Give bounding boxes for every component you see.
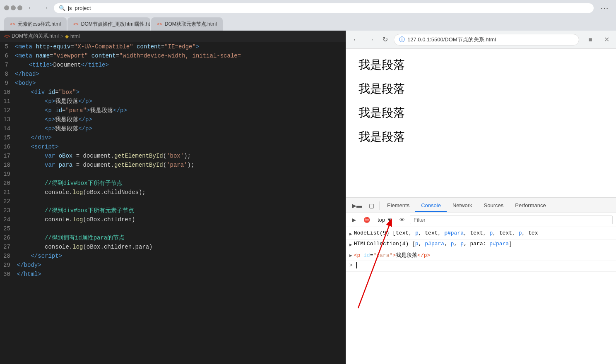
line-code: console.log(oBox.children.para) bbox=[17, 242, 153, 251]
tab-dom-ops[interactable]: <> DOM节点操作_更改html属性.html bbox=[67, 17, 150, 31]
line-number: 12 bbox=[0, 106, 17, 115]
breadcrumb-node: html bbox=[70, 34, 80, 39]
devtools-tabs: ▶▬ ▢ Elements Console Network Sources Pe… bbox=[346, 198, 616, 213]
line-number: 20 bbox=[0, 179, 17, 188]
line-number: 28 bbox=[0, 251, 17, 261]
line-number: 15 bbox=[0, 133, 17, 142]
console-expand-icon[interactable]: ▶ bbox=[349, 253, 352, 258]
devtools-open-button[interactable]: ■ bbox=[586, 35, 595, 44]
context-dropdown[interactable]: top ▼ bbox=[375, 216, 395, 224]
line-code: <p>我是段落</p> bbox=[17, 124, 92, 133]
window-dot-2 bbox=[11, 5, 16, 10]
line-code: //得到div#box下所有子节点 bbox=[17, 179, 123, 188]
tab-console-label: Console bbox=[421, 202, 441, 208]
window-dot-3 bbox=[17, 5, 22, 10]
preview-paragraph: 我是段落 bbox=[359, 81, 604, 97]
tab-sources[interactable]: Sources bbox=[478, 200, 510, 212]
code-line: 27 console.log(oBox.children.para) bbox=[0, 242, 346, 251]
run-script-button[interactable]: ▶ bbox=[349, 216, 359, 224]
browser-address-bar[interactable]: ⓘ 127.0.0.1:5500/DOM节点的关系.html bbox=[394, 34, 579, 46]
more-options-button[interactable]: ⋯ bbox=[597, 2, 612, 14]
line-number: 10 bbox=[0, 88, 17, 97]
browser-side: ← → ↻ ⓘ 127.0.0.1:5500/DOM节点的关系.html ■ ✕… bbox=[346, 31, 616, 364]
line-number: 14 bbox=[0, 124, 17, 133]
line-code: <p>我是段落</p> bbox=[17, 115, 92, 124]
breadcrumb-icon-2: ◆ bbox=[65, 34, 69, 39]
code-line: 22 bbox=[0, 197, 346, 206]
code-line: 30</html> bbox=[0, 270, 346, 279]
line-code: <script> bbox=[17, 142, 59, 151]
breadcrumb-file: DOM节点的关系.html bbox=[12, 33, 59, 40]
prompt-arrow-icon: > bbox=[349, 262, 353, 268]
browser-forward-button[interactable]: → bbox=[365, 35, 377, 44]
code-line: 20 //得到div#box下所有子节点 bbox=[0, 179, 346, 188]
line-number: 8 bbox=[0, 69, 15, 79]
line-number: 6 bbox=[0, 51, 15, 60]
tabs-bar: <> 元素的css样式.html <> DOM节点操作_更改html属性.htm… bbox=[0, 16, 616, 31]
devtools-console: ▶NodeList(9) [text, p, text, p#para, tex… bbox=[346, 227, 616, 364]
line-code: </head> bbox=[15, 69, 39, 79]
tab-network[interactable]: Network bbox=[447, 200, 478, 212]
code-content[interactable]: 5<meta http-equiv="X-UA-Compatible" cont… bbox=[0, 42, 346, 364]
code-line: 19 bbox=[0, 170, 346, 179]
address-bar-top[interactable]: 🔍 js_project bbox=[54, 3, 594, 13]
browser-back-button[interactable]: ← bbox=[350, 35, 362, 44]
back-button[interactable]: ← bbox=[26, 3, 36, 12]
code-line: 12 <p id="para">我是段落</p> bbox=[0, 106, 346, 115]
devtools-device-button[interactable]: ▢ bbox=[366, 201, 378, 211]
tab-css[interactable]: <> 元素的css样式.html bbox=[4, 17, 67, 31]
line-code: //得到div#box下所有元素子节点 bbox=[17, 206, 134, 215]
clear-console-button[interactable]: ⛔ bbox=[361, 216, 373, 224]
code-line: 17 var oBox = document.getElementById('b… bbox=[0, 151, 346, 160]
code-line: 15 </div> bbox=[0, 133, 346, 142]
code-line: 23 //得到div#box下所有元素子节点 bbox=[0, 206, 346, 215]
tab-dom-get[interactable]: <> DOM获取元素节点.html bbox=[151, 17, 223, 31]
line-number: 30 bbox=[0, 270, 17, 279]
code-line: 9<body> bbox=[0, 79, 346, 88]
tab-icon-dom-get: <> bbox=[157, 22, 162, 26]
tab-elements-label: Elements bbox=[387, 202, 409, 208]
devtools-inspect-button[interactable]: ▶▬ bbox=[349, 201, 366, 211]
line-number: 22 bbox=[0, 197, 17, 206]
console-expand-icon[interactable]: ▶ bbox=[349, 231, 352, 237]
tab-elements[interactable]: Elements bbox=[381, 200, 415, 212]
code-line: 26 //得到拥有id属性para的节点 bbox=[0, 233, 346, 242]
console-line: ▶<p id="para">我是段落</p> bbox=[346, 250, 616, 261]
devtools-toolbar: ▶ ⛔ top ▼ 👁 bbox=[346, 213, 616, 227]
line-code: <p id="para">我是段落</p> bbox=[17, 106, 127, 115]
devtools-panel: ▶▬ ▢ Elements Console Network Sources Pe… bbox=[346, 198, 616, 364]
line-code: <title>Document</title> bbox=[15, 60, 109, 69]
line-number: 9 bbox=[0, 79, 15, 88]
console-expand-icon[interactable]: ▶ bbox=[349, 242, 352, 247]
code-editor: <> DOM节点的关系.html > ◆ html 5<meta http-eq… bbox=[0, 31, 346, 364]
eye-filter-button[interactable]: 👁 bbox=[397, 216, 407, 224]
close-devtools-button[interactable]: ✕ bbox=[602, 35, 612, 44]
context-label: top bbox=[378, 217, 385, 223]
forward-button[interactable]: → bbox=[40, 3, 51, 12]
code-line: 28 </script> bbox=[0, 251, 346, 261]
preview-area: 我是段落我是段落我是段落我是段落 bbox=[346, 49, 616, 198]
code-line: 13 <p>我是段落</p> bbox=[0, 115, 346, 124]
tab-icon-css: <> bbox=[10, 22, 15, 26]
filter-input[interactable] bbox=[410, 216, 613, 224]
search-icon: 🔍 bbox=[59, 5, 65, 11]
prompt-cursor[interactable] bbox=[356, 262, 357, 268]
code-line: 10 <div id="box"> bbox=[0, 88, 346, 97]
code-line: 21 console.log(oBox.childNodes); bbox=[0, 188, 346, 197]
tab-console[interactable]: Console bbox=[415, 200, 447, 212]
tab-label-dom-ops: DOM节点操作_更改html属性.html bbox=[81, 21, 150, 28]
preview-paragraph: 我是段落 bbox=[359, 129, 604, 145]
line-number: 29 bbox=[0, 261, 17, 270]
line-code: </html> bbox=[17, 270, 41, 279]
tab-performance[interactable]: Performance bbox=[509, 200, 551, 212]
tab-network-label: Network bbox=[452, 202, 472, 208]
line-code: //得到拥有id属性para的节点 bbox=[17, 233, 125, 242]
line-code: var oBox = document.getElementById('box'… bbox=[17, 151, 191, 160]
code-line: 6<meta name="viewport" content="width=de… bbox=[0, 51, 346, 60]
code-line: 29</body> bbox=[0, 261, 346, 270]
search-text: js_project bbox=[68, 5, 91, 11]
line-code: </div> bbox=[17, 133, 52, 142]
code-line: 11 <p>我是段落</p> bbox=[0, 97, 346, 106]
browser-refresh-button[interactable]: ↻ bbox=[380, 35, 390, 44]
preview-paragraph: 我是段落 bbox=[359, 57, 604, 73]
